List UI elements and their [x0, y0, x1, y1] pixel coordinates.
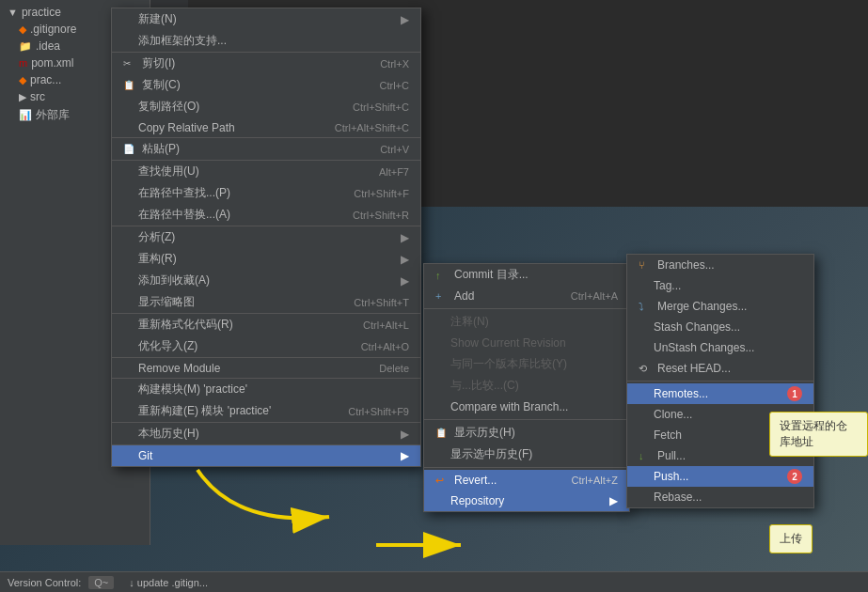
- menu-item-remove-module[interactable]: Remove Module Delete: [112, 358, 420, 379]
- shortcut-copy-relative: Ctrl+Alt+Shift+C: [335, 122, 409, 133]
- menu-item-annotate: 注释(N): [424, 311, 629, 333]
- folder-icon: ▶: [19, 91, 26, 103]
- menu-label-rebuild-module: 重新构建(E) 模块 'practice': [138, 403, 329, 419]
- menu-item-local-history[interactable]: 本地历史(H) ▶: [112, 423, 420, 445]
- submenu-arrow: ▶: [401, 13, 409, 26]
- remotes-menu: ⑂ Branches... Tag... ⤵ Merge Changes... …: [626, 254, 814, 508]
- menu-item-new[interactable]: 新建(N) ▶: [112, 8, 420, 30]
- submenu-arrow-analyze: ▶: [401, 231, 409, 244]
- menu-label-annotate: 注释(N): [450, 314, 618, 330]
- shortcut-rebuild: Ctrl+Shift+F9: [348, 406, 409, 417]
- menu-item-remotes[interactable]: Remotes... 1: [627, 383, 813, 404]
- tree-label: .gitignore: [30, 23, 76, 36]
- shortcut-copy: Ctrl+C: [380, 80, 409, 91]
- tree-label: practice: [22, 6, 61, 19]
- menu-label-compare-with: 与...比较...(C): [450, 378, 618, 394]
- menu-item-unstash-changes[interactable]: UnStash Changes...: [627, 337, 813, 358]
- paste-icon: 📄: [123, 144, 138, 154]
- menu-item-copy-path[interactable]: 复制路径(O) Ctrl+Shift+C: [112, 96, 420, 117]
- remotes-tooltip: 设置远程的仓库地址: [769, 412, 868, 457]
- menu-item-revert[interactable]: ↩ Revert... Ctrl+Alt+Z: [424, 470, 629, 491]
- menu-item-find-usages[interactable]: 查找使用(U) Alt+F7: [112, 161, 420, 182]
- menu-item-optimize[interactable]: 优化导入(Z) Ctrl+Alt+O: [112, 335, 420, 358]
- maven-icon: m: [19, 57, 27, 69]
- menu-label-find-usages: 查找使用(U): [138, 164, 360, 179]
- shortcut-revert: Ctrl+Alt+Z: [571, 475, 618, 486]
- menu-label-build-module: 构建模块(M) 'practice': [138, 382, 409, 397]
- menu-label-local-history: 本地历史(H): [138, 426, 397, 442]
- merge-icon: ⤵: [639, 301, 654, 312]
- separator3: [424, 467, 629, 468]
- shortcut-replace-in-path: Ctrl+Shift+R: [353, 210, 409, 221]
- expand-icon: ▼: [8, 7, 18, 18]
- vc-label: Version Control:: [8, 577, 81, 588]
- shortcut-find-in-path: Ctrl+Shift+F: [354, 188, 409, 199]
- menu-label-replace-in-path: 在路径中替换...(A): [138, 207, 334, 223]
- menu-label-repository: Repository: [450, 494, 606, 507]
- menu-item-add[interactable]: + Add Ctrl+Alt+A: [424, 286, 629, 306]
- menu-item-thumbnail[interactable]: 显示缩略图 Ctrl+Shift+T: [112, 291, 420, 314]
- arrow-svg-2: [367, 522, 480, 569]
- push-tooltip-text: 上传: [780, 532, 802, 545]
- menu-label-copy: 复制(C): [142, 77, 361, 93]
- shortcut-copy-path: Ctrl+Shift+C: [353, 101, 409, 113]
- menu-item-repository[interactable]: Repository ▶: [424, 491, 629, 511]
- menu-item-tag[interactable]: Tag...: [627, 275, 813, 296]
- push-tooltip: 上传: [769, 524, 813, 553]
- lib-icon: 📊: [19, 109, 32, 121]
- menu-item-find-in-path[interactable]: 在路径中查找...(P) Ctrl+Shift+F: [112, 182, 420, 204]
- menu-item-add-framework[interactable]: 添加框架的支持...: [112, 30, 420, 53]
- repository-menu: ↑ Commit 目录... + Add Ctrl+Alt+A 注释(N) Sh…: [423, 263, 630, 512]
- menu-item-merge-changes[interactable]: ⤵ Merge Changes...: [627, 296, 813, 317]
- menu-item-show-selection-history[interactable]: 显示选中历史(F): [424, 444, 629, 465]
- menu-item-refactor[interactable]: 重构(R) ▶: [112, 248, 420, 270]
- menu-label-paste: 粘贴(P): [142, 141, 361, 157]
- menu-item-cut[interactable]: ✂ 剪切(I) Ctrl+X: [112, 53, 420, 74]
- submenu-arrow-favs: ▶: [401, 274, 409, 288]
- menu-item-add-favs[interactable]: 添加到收藏(A) ▶: [112, 270, 420, 291]
- menu-item-compare-with-branch[interactable]: Compare with Branch...: [424, 397, 629, 417]
- menu-item-reformat[interactable]: 重新格式化代码(R) Ctrl+Alt+L: [112, 314, 420, 335]
- menu-item-commit[interactable]: ↑ Commit 目录...: [424, 264, 629, 286]
- menu-item-build-module[interactable]: 构建模块(M) 'practice': [112, 379, 420, 400]
- pull-icon: ↓: [639, 450, 654, 461]
- menu-item-copy[interactable]: 📋 复制(C) Ctrl+C: [112, 74, 420, 96]
- menu-item-show-history[interactable]: 📋 显示历史(H): [424, 422, 629, 444]
- shortcut-paste: Ctrl+V: [380, 144, 409, 155]
- add-icon: +: [435, 290, 450, 302]
- branches-icon: ⑂: [639, 259, 654, 271]
- menu-label-merge-changes: Merge Changes...: [657, 300, 802, 313]
- menu-item-paste[interactable]: 📄 粘贴(P) Ctrl+V: [112, 138, 420, 161]
- menu-label-remotes: Remotes...: [654, 387, 784, 400]
- tree-label: .idea: [36, 39, 60, 53]
- menu-item-rebase[interactable]: Rebase...: [627, 487, 813, 507]
- arrow-to-git: [188, 460, 357, 538]
- search-input[interactable]: Q~: [88, 576, 114, 589]
- menu-item-analyze[interactable]: 分析(Z) ▶: [112, 226, 420, 248]
- menu-item-branches[interactable]: ⑂ Branches...: [627, 255, 813, 275]
- shortcut-remove-module: Delete: [379, 363, 409, 374]
- menu-item-stash-changes[interactable]: Stash Changes...: [627, 317, 813, 337]
- menu-item-reset-head[interactable]: ⟲ Reset HEAD...: [627, 358, 813, 379]
- menu-label-compare-branch: 与同一个版本库比较(Y): [450, 356, 618, 372]
- folder-icon: 📁: [19, 40, 32, 53]
- shortcut-optimize: Ctrl+Alt+O: [361, 341, 409, 352]
- menu-label-remove-module: Remove Module: [138, 362, 360, 375]
- menu-label-optimize: 优化导入(Z): [138, 338, 342, 354]
- menu-label-add: Add: [454, 289, 552, 303]
- menu-item-replace-in-path[interactable]: 在路径中替换...(A) Ctrl+Shift+R: [112, 204, 420, 226]
- menu-label-revert: Revert...: [454, 474, 552, 487]
- revert-icon: ↩: [435, 475, 450, 487]
- menu-item-copy-relative[interactable]: Copy Relative Path Ctrl+Alt+Shift+C: [112, 117, 420, 138]
- menu-item-rebuild-module[interactable]: 重新构建(E) 模块 'practice' Ctrl+Shift+F9: [112, 400, 420, 423]
- remotes-tooltip-text: 设置远程的仓库地址: [780, 419, 847, 448]
- menu-label-unstash-changes: UnStash Changes...: [654, 341, 802, 354]
- menu-item-push[interactable]: Push... 2: [627, 466, 813, 487]
- badge-remotes: 1: [787, 386, 802, 401]
- menu-label-rebase: Rebase...: [654, 491, 802, 504]
- menu-label-thumbnail: 显示缩略图: [138, 294, 335, 310]
- menu-label-reset-head: Reset HEAD...: [657, 362, 802, 375]
- tree-label: src: [30, 90, 45, 103]
- tree-label: 外部库: [36, 107, 70, 123]
- menu-label-show-selection-history: 显示选中历史(F): [450, 446, 618, 462]
